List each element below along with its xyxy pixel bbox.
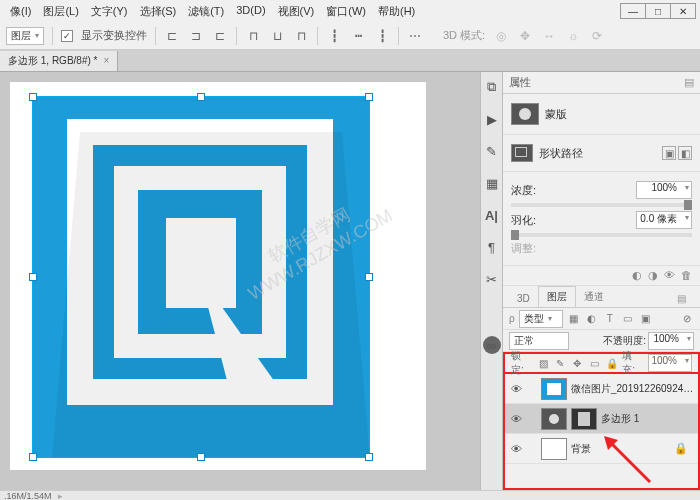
distribute-v-icon[interactable]: ┅ xyxy=(350,28,366,44)
density-label: 浓度: xyxy=(511,183,536,198)
mask-from-selection-icon[interactable]: ◐ xyxy=(632,269,642,282)
tab-layers[interactable]: 图层 xyxy=(538,286,576,307)
handle-tl[interactable] xyxy=(29,93,37,101)
layer-item[interactable]: 👁 微信图片_20191226092457 xyxy=(505,374,698,404)
swatches-icon[interactable]: ▦ xyxy=(483,174,501,192)
fill-input[interactable]: 100% xyxy=(648,354,692,372)
layer-item[interactable]: 👁 背景 🔒 xyxy=(505,434,698,464)
lock-image-icon[interactable]: ✎ xyxy=(554,356,567,370)
density-slider[interactable] xyxy=(511,203,692,207)
handle-ml[interactable] xyxy=(29,273,37,281)
mask-icon xyxy=(511,103,539,125)
layer-thumbnail[interactable] xyxy=(541,408,567,430)
layer-mode-dropdown[interactable]: 图层▾ xyxy=(6,27,44,45)
menu-window[interactable]: 窗口(W) xyxy=(320,2,372,21)
layer-item[interactable]: 👁 多边形 1 xyxy=(505,404,698,434)
density-input[interactable]: 100% xyxy=(636,181,692,199)
distribute-h-icon[interactable]: ┇ xyxy=(326,28,342,44)
lock-all-icon[interactable]: 🔒 xyxy=(605,356,618,370)
history-icon[interactable]: ⧉ xyxy=(483,78,501,96)
lock-transparency-icon[interactable]: ▨ xyxy=(536,356,549,370)
character-icon[interactable]: A| xyxy=(483,206,501,224)
tab-channels[interactable]: 通道 xyxy=(576,287,612,307)
menu-help[interactable]: 帮助(H) xyxy=(372,2,421,21)
filter-smart-icon[interactable]: ▣ xyxy=(639,312,653,326)
menu-layer[interactable]: 图层(L) xyxy=(37,2,84,21)
invert-mask-icon[interactable]: ◑ xyxy=(648,269,658,282)
minimize-button[interactable]: — xyxy=(620,3,646,19)
handle-bm[interactable] xyxy=(197,453,205,461)
close-tab-icon[interactable]: × xyxy=(103,55,109,66)
menu-bar: 像(I) 图层(L) 文字(Y) 选择(S) 滤镜(T) 3D(D) 视图(V)… xyxy=(0,0,700,22)
close-button[interactable]: ✕ xyxy=(670,3,696,19)
layers-panel-menu-icon[interactable]: ▤ xyxy=(669,290,694,307)
adjustments-icon[interactable]: ✂ xyxy=(483,270,501,288)
layer-name[interactable]: 微信图片_20191226092457 xyxy=(571,382,694,396)
handle-bl[interactable] xyxy=(29,453,37,461)
filter-type-icon[interactable]: T xyxy=(603,312,617,326)
lock-position-icon[interactable]: ✥ xyxy=(571,356,584,370)
lock-artboard-icon[interactable]: ▭ xyxy=(588,356,601,370)
panel-menu-icon[interactable]: ▤ xyxy=(684,76,694,89)
distribute-3-icon[interactable]: ┇ xyxy=(374,28,390,44)
align-bottom-icon[interactable]: ⊓ xyxy=(293,28,309,44)
properties-panel-header[interactable]: 属性 ▤ xyxy=(503,72,700,94)
paragraph-icon[interactable]: ¶ xyxy=(483,238,501,256)
menu-view[interactable]: 视图(V) xyxy=(272,2,321,21)
3d-light-icon[interactable]: ☼ xyxy=(565,28,581,44)
preview-icon[interactable]: 👁 xyxy=(664,269,675,282)
handle-br[interactable] xyxy=(365,453,373,461)
filter-toggle-icon[interactable]: ⊘ xyxy=(680,312,694,326)
handle-tm[interactable] xyxy=(197,93,205,101)
canvas[interactable]: 软件自学网 WWW.RJZXW.COM xyxy=(10,82,426,470)
align-right-icon[interactable]: ⊏ xyxy=(212,28,228,44)
align-top-icon[interactable]: ⊓ xyxy=(245,28,261,44)
3d-misc-icon[interactable]: ⟳ xyxy=(589,28,605,44)
menu-3d[interactable]: 3D(D) xyxy=(230,2,271,21)
visibility-icon[interactable]: 👁 xyxy=(509,383,523,395)
filter-shape-icon[interactable]: ▭ xyxy=(621,312,635,326)
visibility-icon[interactable]: 👁 xyxy=(509,413,523,425)
menu-select[interactable]: 选择(S) xyxy=(134,2,183,21)
tab-3d[interactable]: 3D xyxy=(509,290,538,307)
path-mode1-icon[interactable]: ▣ xyxy=(662,146,676,160)
3d-slide-icon[interactable]: ↔ xyxy=(541,28,557,44)
collapsed-panel-strip: ⧉ ▶ ✎ ▦ A| ¶ ✂ ∞ xyxy=(480,72,502,490)
handle-mr[interactable] xyxy=(365,273,373,281)
transform-bounding-box[interactable] xyxy=(32,96,370,458)
align-left-icon[interactable]: ⊏ xyxy=(164,28,180,44)
mode-3d-label: 3D 模式: xyxy=(443,28,485,43)
options-bar: 图层▾ ✓ 显示变换控件 ⊏ ⊐ ⊏ ⊓ ⊔ ⊓ ┇ ┅ ┇ ⋯ 3D 模式: … xyxy=(0,22,700,50)
filter-pixel-icon[interactable]: ▦ xyxy=(567,312,581,326)
layer-thumbnail[interactable] xyxy=(541,438,567,460)
align-center-h-icon[interactable]: ⊐ xyxy=(188,28,204,44)
layer-mask-thumbnail[interactable] xyxy=(571,408,597,430)
align-middle-icon[interactable]: ⊔ xyxy=(269,28,285,44)
layer-filter-type[interactable]: 类型▾ xyxy=(519,310,563,328)
3d-pan-icon[interactable]: ✥ xyxy=(517,28,533,44)
menu-image[interactable]: 像(I) xyxy=(4,2,37,21)
menu-text[interactable]: 文字(Y) xyxy=(85,2,134,21)
feather-input[interactable]: 0.0 像素 xyxy=(636,211,692,229)
feather-slider[interactable] xyxy=(511,233,692,237)
brush-icon[interactable]: ✎ xyxy=(483,142,501,160)
arrow-icon[interactable]: ▶ xyxy=(483,110,501,128)
layer-thumbnail[interactable] xyxy=(541,378,567,400)
path-mode2-icon[interactable]: ◧ xyxy=(678,146,692,160)
opacity-input[interactable]: 100% xyxy=(648,332,694,350)
handle-tr[interactable] xyxy=(365,93,373,101)
layer-name[interactable]: 背景 xyxy=(571,442,670,456)
3d-orbit-icon[interactable]: ◎ xyxy=(493,28,509,44)
visibility-icon[interactable]: 👁 xyxy=(509,443,523,455)
menu-filter[interactable]: 滤镜(T) xyxy=(182,2,230,21)
show-transform-checkbox[interactable]: ✓ xyxy=(61,30,73,42)
canvas-area[interactable]: 软件自学网 WWW.RJZXW.COM xyxy=(0,72,480,490)
trash-icon[interactable]: 🗑 xyxy=(681,269,692,282)
layer-name[interactable]: 多边形 1 xyxy=(601,412,694,426)
filter-adjust-icon[interactable]: ◐ xyxy=(585,312,599,326)
document-tab[interactable]: 多边形 1, RGB/8#) * × xyxy=(0,51,118,71)
blend-mode-dropdown[interactable]: 正常 xyxy=(509,332,569,350)
more-icon[interactable]: ⋯ xyxy=(407,28,423,44)
maximize-button[interactable]: □ xyxy=(645,3,671,19)
cc-libraries-icon[interactable]: ∞ xyxy=(483,336,501,354)
